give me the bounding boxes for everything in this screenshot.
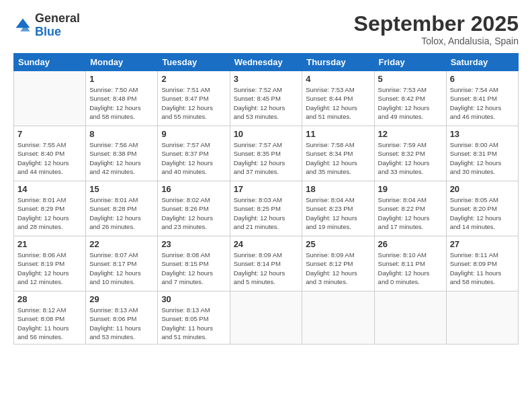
day-info: Sunrise: 7:50 AM Sunset: 8:48 PM Dayligh… <box>89 85 154 121</box>
calendar: SundayMondayTuesdayWednesdayThursdayFrid… <box>13 53 519 345</box>
calendar-cell: 25Sunrise: 8:09 AM Sunset: 8:12 PM Dayli… <box>302 236 374 291</box>
weekday-header-wednesday: Wednesday <box>230 54 302 71</box>
logo-general: General <box>35 11 80 25</box>
calendar-cell: 27Sunrise: 8:11 AM Sunset: 8:09 PM Dayli… <box>446 236 518 291</box>
week-row-5: 28Sunrise: 8:12 AM Sunset: 8:08 PM Dayli… <box>14 291 519 345</box>
day-number: 6 <box>450 74 515 84</box>
day-info: Sunrise: 8:07 AM Sunset: 8:17 PM Dayligh… <box>89 250 154 286</box>
day-number: 5 <box>378 74 443 84</box>
page: General Blue September 2025 Tolox, Andal… <box>0 0 532 411</box>
calendar-cell <box>14 71 86 126</box>
calendar-cell: 21Sunrise: 8:06 AM Sunset: 8:19 PM Dayli… <box>14 236 86 291</box>
calendar-cell: 9Sunrise: 7:57 AM Sunset: 8:37 PM Daylig… <box>158 126 230 181</box>
calendar-cell: 15Sunrise: 8:01 AM Sunset: 8:28 PM Dayli… <box>86 181 158 236</box>
day-number: 4 <box>306 74 370 84</box>
calendar-cell <box>230 291 302 345</box>
calendar-cell: 14Sunrise: 8:01 AM Sunset: 8:29 PM Dayli… <box>14 181 86 236</box>
day-number: 7 <box>17 129 82 139</box>
calendar-cell: 1Sunrise: 7:50 AM Sunset: 8:48 PM Daylig… <box>86 71 158 126</box>
calendar-cell: 16Sunrise: 8:02 AM Sunset: 8:26 PM Dayli… <box>158 181 230 236</box>
day-number: 9 <box>161 129 226 139</box>
day-number: 27 <box>450 239 515 249</box>
logo-text: General Blue <box>35 12 80 39</box>
day-info: Sunrise: 8:05 AM Sunset: 8:20 PM Dayligh… <box>450 195 515 231</box>
calendar-cell: 28Sunrise: 8:12 AM Sunset: 8:08 PM Dayli… <box>14 291 86 345</box>
weekday-header-saturday: Saturday <box>446 54 518 71</box>
calendar-cell: 26Sunrise: 8:10 AM Sunset: 8:11 PM Dayli… <box>374 236 446 291</box>
logo-icon <box>13 16 32 35</box>
day-number: 24 <box>234 239 299 249</box>
day-info: Sunrise: 8:01 AM Sunset: 8:28 PM Dayligh… <box>89 195 154 231</box>
day-info: Sunrise: 8:13 AM Sunset: 8:05 PM Dayligh… <box>161 306 226 341</box>
logo-blue: Blue <box>35 25 61 38</box>
day-info: Sunrise: 7:58 AM Sunset: 8:34 PM Dayligh… <box>306 140 370 176</box>
day-info: Sunrise: 8:06 AM Sunset: 8:19 PM Dayligh… <box>17 250 82 286</box>
day-info: Sunrise: 7:54 AM Sunset: 8:41 PM Dayligh… <box>450 85 515 121</box>
calendar-cell: 11Sunrise: 7:58 AM Sunset: 8:34 PM Dayli… <box>302 126 374 181</box>
calendar-cell <box>446 291 518 345</box>
calendar-cell: 29Sunrise: 8:13 AM Sunset: 8:06 PM Dayli… <box>86 291 158 345</box>
location-subtitle: Tolox, Andalusia, Spain <box>354 36 519 46</box>
calendar-cell: 8Sunrise: 7:56 AM Sunset: 8:38 PM Daylig… <box>86 126 158 181</box>
day-info: Sunrise: 8:13 AM Sunset: 8:06 PM Dayligh… <box>89 306 154 341</box>
svg-marker-0 <box>16 18 30 28</box>
calendar-cell: 18Sunrise: 8:04 AM Sunset: 8:23 PM Dayli… <box>302 181 374 236</box>
calendar-cell: 23Sunrise: 8:08 AM Sunset: 8:15 PM Dayli… <box>158 236 230 291</box>
day-info: Sunrise: 8:04 AM Sunset: 8:23 PM Dayligh… <box>306 195 370 231</box>
calendar-cell: 17Sunrise: 8:03 AM Sunset: 8:25 PM Dayli… <box>230 181 302 236</box>
day-number: 13 <box>450 129 515 139</box>
calendar-cell: 24Sunrise: 8:09 AM Sunset: 8:14 PM Dayli… <box>230 236 302 291</box>
calendar-cell: 10Sunrise: 7:57 AM Sunset: 8:35 PM Dayli… <box>230 126 302 181</box>
day-number: 12 <box>378 129 443 139</box>
day-number: 14 <box>17 184 82 194</box>
day-number: 16 <box>161 184 226 194</box>
day-info: Sunrise: 8:02 AM Sunset: 8:26 PM Dayligh… <box>161 195 226 231</box>
day-number: 23 <box>161 239 226 249</box>
week-row-3: 14Sunrise: 8:01 AM Sunset: 8:29 PM Dayli… <box>14 181 519 236</box>
day-number: 20 <box>450 184 515 194</box>
day-info: Sunrise: 8:11 AM Sunset: 8:09 PM Dayligh… <box>450 250 515 286</box>
calendar-cell: 6Sunrise: 7:54 AM Sunset: 8:41 PM Daylig… <box>446 71 518 126</box>
day-info: Sunrise: 8:01 AM Sunset: 8:29 PM Dayligh… <box>17 195 82 231</box>
day-number: 22 <box>89 239 154 249</box>
day-number: 26 <box>378 239 443 249</box>
day-number: 10 <box>234 129 299 139</box>
day-number: 1 <box>89 74 154 84</box>
day-info: Sunrise: 8:03 AM Sunset: 8:25 PM Dayligh… <box>234 195 299 231</box>
calendar-cell: 13Sunrise: 8:00 AM Sunset: 8:31 PM Dayli… <box>446 126 518 181</box>
day-info: Sunrise: 7:57 AM Sunset: 8:37 PM Dayligh… <box>161 140 226 176</box>
day-number: 19 <box>378 184 443 194</box>
day-info: Sunrise: 7:56 AM Sunset: 8:38 PM Dayligh… <box>89 140 154 176</box>
calendar-cell: 19Sunrise: 8:04 AM Sunset: 8:22 PM Dayli… <box>374 181 446 236</box>
day-info: Sunrise: 7:55 AM Sunset: 8:40 PM Dayligh… <box>17 140 82 176</box>
month-title: September 2025 <box>354 12 519 36</box>
calendar-body: 1Sunrise: 7:50 AM Sunset: 8:48 PM Daylig… <box>14 71 519 345</box>
weekday-header-monday: Monday <box>86 54 158 71</box>
week-row-2: 7Sunrise: 7:55 AM Sunset: 8:40 PM Daylig… <box>14 126 519 181</box>
day-number: 3 <box>234 74 299 84</box>
weekday-header-sunday: Sunday <box>14 54 86 71</box>
day-info: Sunrise: 8:08 AM Sunset: 8:15 PM Dayligh… <box>161 250 226 286</box>
day-info: Sunrise: 7:53 AM Sunset: 8:44 PM Dayligh… <box>306 85 370 121</box>
weekday-header-tuesday: Tuesday <box>158 54 230 71</box>
title-block: September 2025 Tolox, Andalusia, Spain <box>354 12 519 46</box>
week-row-4: 21Sunrise: 8:06 AM Sunset: 8:19 PM Dayli… <box>14 236 519 291</box>
day-number: 18 <box>306 184 370 194</box>
calendar-header-row: SundayMondayTuesdayWednesdayThursdayFrid… <box>14 54 519 71</box>
calendar-cell: 12Sunrise: 7:59 AM Sunset: 8:32 PM Dayli… <box>374 126 446 181</box>
day-info: Sunrise: 7:57 AM Sunset: 8:35 PM Dayligh… <box>234 140 299 176</box>
weekday-header-thursday: Thursday <box>302 54 374 71</box>
day-number: 21 <box>17 239 82 249</box>
day-number: 28 <box>17 294 82 304</box>
day-number: 25 <box>306 239 370 249</box>
calendar-cell <box>374 291 446 345</box>
day-number: 11 <box>306 129 370 139</box>
calendar-cell: 2Sunrise: 7:51 AM Sunset: 8:47 PM Daylig… <box>158 71 230 126</box>
day-number: 8 <box>89 129 154 139</box>
day-info: Sunrise: 7:53 AM Sunset: 8:42 PM Dayligh… <box>378 85 443 121</box>
calendar-cell: 5Sunrise: 7:53 AM Sunset: 8:42 PM Daylig… <box>374 71 446 126</box>
calendar-cell: 4Sunrise: 7:53 AM Sunset: 8:44 PM Daylig… <box>302 71 374 126</box>
header: General Blue September 2025 Tolox, Andal… <box>13 12 519 46</box>
day-number: 2 <box>161 74 226 84</box>
calendar-cell <box>302 291 374 345</box>
